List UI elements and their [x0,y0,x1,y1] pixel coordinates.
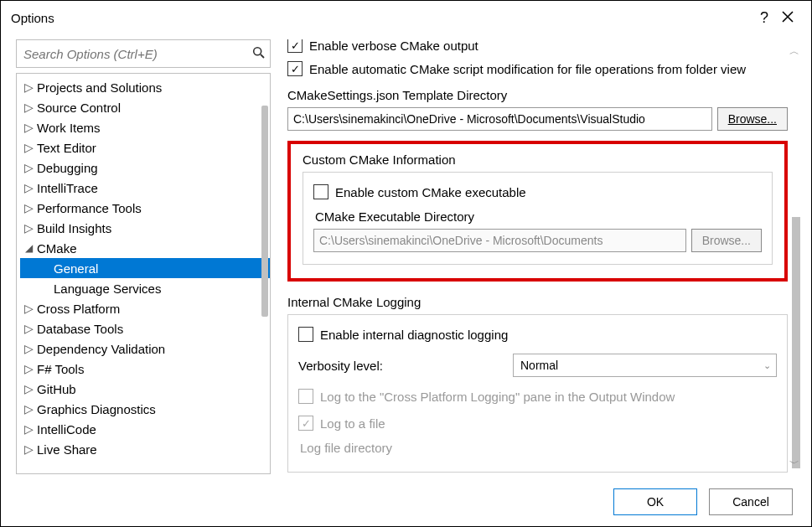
auto-script-checkbox[interactable]: ✓ [287,61,303,76]
caret-down-icon: ◢ [22,242,35,254]
search-box[interactable] [16,39,271,68]
tree-item-label: General [52,261,98,276]
tree-item-cross-platform[interactable]: ▷Cross Platform [20,298,270,318]
verbose-output-checkbox[interactable]: ✓ [287,39,303,53]
template-dir-input[interactable] [287,107,712,131]
caret-right-icon: ▷ [22,141,35,154]
tree-item-label: CMake [35,241,77,256]
custom-enable-checkbox[interactable] [313,184,328,199]
tree-item-label: Work Items [35,121,101,135]
caret-right-icon: ▷ [22,382,35,395]
custom-dir-label: CMake Executable Directory [315,209,762,224]
custom-dir-input[interactable] [313,229,686,252]
tree-item-label: Text Editor [35,141,96,155]
options-tree[interactable]: ▷Projects and Solutions▷Source Control▷W… [17,74,270,473]
tree-item-intellitrace[interactable]: ▷IntelliTrace [20,178,270,198]
caret-right-icon: ▷ [22,101,35,114]
log-dir-label: Log file directory [300,441,777,455]
template-dir-label: CMakeSettings.json Template Directory [287,88,788,102]
logging-enable-checkbox[interactable] [298,327,313,342]
svg-point-0 [254,47,261,54]
tree-item-label: Live Share [35,442,97,457]
caret-right-icon: ▷ [22,161,35,174]
close-button[interactable] [774,11,801,25]
caret-right-icon: ▷ [22,221,35,235]
tree-item-label: GitHub [35,382,76,396]
tree-item-dependency-validation[interactable]: ▷Dependency Validation [20,338,270,359]
caret-right-icon: ▷ [22,121,35,134]
logging-enable-label: Enable internal diagnostic logging [320,328,508,342]
caret-right-icon: ▷ [22,80,35,94]
tree-item-github[interactable]: ▷GitHub [20,379,270,399]
tree-item-label: Cross Platform [35,302,120,316]
tree-item-intellicode[interactable]: ▷IntelliCode [20,419,270,439]
tree-scrollbar-thumb[interactable] [261,106,268,317]
verbosity-value: Normal [520,359,558,372]
caret-right-icon: ▷ [22,422,35,436]
help-button[interactable]: ? [754,9,774,27]
custom-cmake-heading: Custom CMake Information [303,152,773,167]
logging-heading: Internal CMake Logging [287,295,788,309]
custom-dir-browse-button[interactable]: Browse... [691,229,762,252]
tree-item-label: IntelliTrace [35,181,98,195]
custom-cmake-highlight: Custom CMake Information Enable custom C… [287,141,788,282]
tree-item-label: Database Tools [35,322,123,336]
log-file-checkbox[interactable]: ✓ [298,416,313,431]
caret-right-icon: ▷ [22,201,35,214]
tree-item-label: Debugging [35,161,98,175]
log-pane-label: Log to the "Cross Platform Logging" pane… [320,390,675,404]
caret-right-icon: ▷ [22,302,35,315]
verbosity-label: Verbosity level: [298,359,508,373]
tree-item-label: Source Control [35,101,121,115]
verbosity-select[interactable]: Normal ⌄ [513,354,777,377]
verbose-output-label: Enable verbose CMake output [309,39,478,53]
tree-item-live-share[interactable]: ▷Live Share [20,439,270,459]
tree-item-label: Projects and Solutions [35,80,162,95]
cancel-button[interactable]: Cancel [709,488,793,515]
tree-item-f-tools[interactable]: ▷F# Tools [20,359,270,379]
caret-right-icon: ▷ [22,402,35,416]
custom-enable-label: Enable custom CMake executable [335,185,526,199]
tree-item-text-editor[interactable]: ▷Text Editor [20,137,270,158]
search-icon [248,46,270,62]
tree-item-label: Dependency Validation [35,342,165,356]
tree-item-label: Build Insights [35,221,111,235]
tree-item-label: F# Tools [35,362,84,376]
log-pane-checkbox[interactable] [298,389,313,404]
tree-item-label: Performance Tools [35,201,142,215]
search-input[interactable] [17,40,248,67]
tree-item-source-control[interactable]: ▷Source Control [20,97,270,117]
caret-right-icon: ▷ [22,181,35,194]
tree-item-general[interactable]: General [20,258,270,278]
tree-item-projects-and-solutions[interactable]: ▷Projects and Solutions [20,77,270,97]
ok-button[interactable]: OK [613,488,697,515]
tree-item-label: IntelliCode [35,422,96,437]
scroll-up-icon[interactable]: ︿ [789,44,799,59]
tree-item-graphics-diagnostics[interactable]: ▷Graphics Diagnostics [20,399,270,419]
auto-script-label: Enable automatic CMake script modificati… [309,62,746,76]
tree-item-performance-tools[interactable]: ▷Performance Tools [20,198,270,218]
template-dir-browse-button[interactable]: Browse... [717,107,788,131]
tree-item-database-tools[interactable]: ▷Database Tools [20,318,270,338]
scroll-down-icon[interactable]: ﹀ [789,457,799,471]
tree-item-label: Language Services [52,282,161,296]
caret-right-icon: ▷ [22,442,35,456]
panel-scrollbar[interactable]: ︿ ﹀ [788,39,801,474]
tree-item-build-insights[interactable]: ▷Build Insights [20,218,270,238]
window-title: Options [11,11,754,25]
tree-item-debugging[interactable]: ▷Debugging [20,158,270,178]
caret-right-icon: ▷ [22,342,35,355]
caret-right-icon: ▷ [22,362,35,375]
tree-item-label: Graphics Diagnostics [35,402,156,416]
tree-item-cmake[interactable]: ◢CMake [20,238,270,258]
log-file-label: Log to a file [320,416,385,431]
tree-item-language-services[interactable]: Language Services [20,278,270,298]
chevron-down-icon: ⌄ [763,360,771,371]
panel-scrollbar-thumb[interactable] [792,217,800,468]
tree-item-work-items[interactable]: ▷Work Items [20,117,270,137]
caret-right-icon: ▷ [22,322,35,335]
